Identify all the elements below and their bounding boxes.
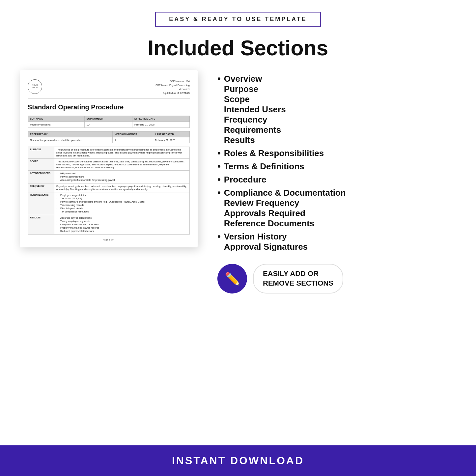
cta-line2: REMOVE SECTIONS bbox=[263, 279, 333, 288]
page-title: Included Sections bbox=[0, 30, 476, 70]
page-number: Page 1 of 4 bbox=[28, 238, 190, 241]
cta-line1: EASILY ADD OR bbox=[263, 269, 333, 279]
section-sub-item: Purpose bbox=[224, 84, 286, 94]
section-item: Terms & Definitions bbox=[217, 161, 456, 172]
table-row: Payroll Processing 104 February 21, 2025 bbox=[28, 122, 190, 128]
pencil-icon: ✏️ bbox=[225, 271, 240, 286]
section-item: Compliance & DocumentationReview Frequen… bbox=[217, 187, 456, 229]
section-item: OverviewPurposeScopeIntended UsersFreque… bbox=[217, 73, 456, 145]
section-sub-item: Approvals Required bbox=[224, 208, 346, 218]
content-area: YOUR LOGO SOP Number: 104 SOP Name: Payr… bbox=[0, 70, 476, 445]
doc-section-row: RESULTSAccurate payroll calculationsTime… bbox=[28, 215, 190, 235]
table-row: Name of the person who created this proc… bbox=[28, 137, 190, 143]
logo-placeholder: YOUR LOGO bbox=[28, 79, 42, 94]
section-sub-item: Review Frequency bbox=[224, 198, 346, 208]
doc-header-info: SOP Number: 104 SOP Name: Payroll Proces… bbox=[155, 79, 190, 95]
sections-ul: OverviewPurposeScopeIntended UsersFreque… bbox=[217, 73, 456, 252]
doc-section-row: INTENDED USERSHR personnelPayroll admini… bbox=[28, 171, 190, 183]
cta-area: ✏️ EASILY ADD OR REMOVE SECTIONS bbox=[217, 264, 456, 294]
col-sop-number: SOP NUMBER bbox=[84, 116, 132, 122]
doc-header: YOUR LOGO SOP Number: 104 SOP Name: Payr… bbox=[28, 79, 190, 99]
document-preview: YOUR LOGO SOP Number: 104 SOP Name: Payr… bbox=[20, 70, 198, 247]
section-sub-item: Approval Signatures bbox=[224, 242, 308, 252]
doc-table-2: PREPARED BY VERSION NUMBER LAST UPDATED … bbox=[28, 131, 190, 143]
section-sub-item: Requirements bbox=[224, 125, 286, 135]
template-badge: EASY & READY TO USE TEMPLATE bbox=[155, 12, 321, 27]
instant-download-label: INSTANT DOWNLOAD bbox=[7, 455, 469, 467]
doc-section-row: SCOPEThis procedure covers employee clas… bbox=[28, 159, 190, 171]
section-sub-item: Scope bbox=[224, 94, 286, 104]
section-item: Procedure bbox=[217, 174, 456, 185]
doc-sections-table: PURPOSEThe purpose of this procedure is … bbox=[28, 147, 190, 235]
col-sop-name: SOP NAME bbox=[28, 116, 85, 122]
section-sub-item: Reference Documents bbox=[224, 218, 346, 229]
doc-section-row: REQUIREMENTSEmployee wage detailsTax for… bbox=[28, 192, 190, 215]
col-effective-date: EFFECTIVE DATE bbox=[132, 116, 189, 122]
bottom-banner: INSTANT DOWNLOAD bbox=[0, 445, 476, 476]
doc-table-1: SOP NAME SOP NUMBER EFFECTIVE DATE Payro… bbox=[28, 116, 190, 128]
doc-section-row: PURPOSEThe purpose of this procedure is … bbox=[28, 147, 190, 159]
doc-section-row: FREQUENCYPayroll processing should be co… bbox=[28, 183, 190, 192]
col-version-number: VERSION NUMBER bbox=[113, 131, 153, 137]
cta-text-box: EASILY ADD OR REMOVE SECTIONS bbox=[253, 264, 343, 293]
col-last-updated: LAST UPDATED bbox=[153, 131, 189, 137]
pencil-circle: ✏️ bbox=[217, 264, 247, 294]
section-sub-item: Frequency bbox=[224, 115, 286, 125]
section-sub-item: Results bbox=[224, 135, 286, 145]
sections-list-panel: OverviewPurposeScopeIntended UsersFreque… bbox=[217, 70, 456, 294]
section-item: Roles & Responsibilities bbox=[217, 148, 456, 158]
doc-title: Standard Operating Procedure bbox=[28, 103, 190, 111]
section-sub-item: Intended Users bbox=[224, 104, 286, 115]
col-prepared-by: PREPARED BY bbox=[28, 131, 113, 137]
section-item: Version HistoryApproval Signatures bbox=[217, 231, 456, 252]
top-banner-section: EASY & READY TO USE TEMPLATE bbox=[0, 0, 476, 30]
